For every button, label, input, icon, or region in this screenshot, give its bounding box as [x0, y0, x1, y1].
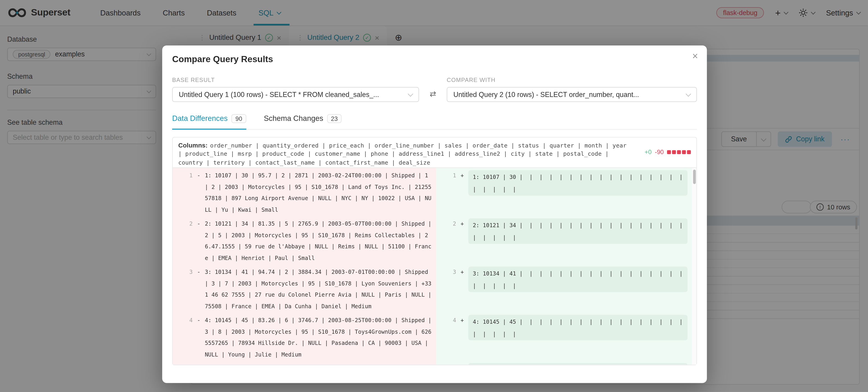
line-number: 2 — [173, 218, 193, 264]
columns-label: Columns: — [178, 142, 208, 148]
line-number: 4 — [436, 315, 456, 343]
removed-count: -90 — [655, 149, 664, 155]
plus-sign: + — [456, 267, 468, 295]
compare-with-label: COMPARE WITH — [447, 77, 697, 83]
diff-removed-row: 4-4: 10145 | 45 | 83.26 | 6 | 3746.7 | 2… — [173, 315, 436, 360]
modal-tab-data-differences[interactable]: Data Differences90 — [172, 111, 246, 129]
diffstat-block — [687, 150, 691, 154]
added-row-text: 3: 10134 | 41 | | | | | | | | | | | | | … — [473, 271, 687, 288]
diff-added-row — [436, 363, 692, 365]
chevron-down-icon — [408, 91, 413, 97]
removed-row-text: 1: 10107 | 30 | 95.7 | 2 | 2871 | 2003-0… — [205, 170, 436, 216]
diffstat-block — [682, 150, 686, 154]
diff-view: 1-1: 10107 | 30 | 95.7 | 2 | 2871 | 2003… — [173, 168, 696, 365]
diff-added-row: 4+4: 10145 | 45 | | | | | | | | | | | | … — [436, 315, 692, 343]
diffstat-block — [677, 150, 681, 154]
columns-list: order_number | quantity_ordered | price_… — [178, 142, 626, 166]
base-result-value: Untitled Query 1 (100 rows) - SELECT * F… — [179, 91, 379, 99]
line-number: 1 — [173, 170, 193, 216]
compare-with-select[interactable]: Untitled Query 2 (10 rows) - SELECT orde… — [447, 87, 697, 102]
line-number: 3 — [173, 267, 193, 312]
minus-sign: - — [192, 315, 205, 360]
columns-header: Columns: order_number | quantity_ordered… — [173, 138, 696, 168]
plus-sign: + — [456, 218, 468, 246]
minus-sign: - — [192, 170, 205, 216]
removed-row-text: 4: 10145 | 45 | 83.26 | 6 | 3746.7 | 200… — [205, 315, 436, 360]
compare-with-value: Untitled Query 2 (10 rows) - SELECT orde… — [453, 91, 639, 99]
modal-tab-badge: 23 — [327, 114, 342, 123]
added-row-block: 3: 10134 | 41 | | | | | | | | | | | | | … — [468, 267, 687, 292]
diff-removed-row: 1-1: 10107 | 30 | 95.7 | 2 | 2871 | 2003… — [173, 170, 436, 216]
added-row-block: 4: 10145 | 45 | | | | | | | | | | | | | … — [468, 315, 687, 340]
diffstat-blocks — [667, 150, 691, 154]
removed-row-text: 3: 10134 | 41 | 94.74 | 2 | 3884.34 | 20… — [205, 267, 436, 312]
diffstat-block — [672, 150, 676, 154]
plus-sign — [456, 363, 468, 365]
diffstat: +0 -90 — [645, 149, 691, 155]
added-row-text: 2: 10121 | 34 | | | | | | | | | | | | | … — [473, 222, 687, 240]
modal-tab-label: Data Differences — [172, 114, 227, 123]
plus-sign: + — [456, 315, 468, 343]
modal-title: Compare Query Results — [172, 54, 273, 64]
diff-added-row: 1+1: 10107 | 30 | | | | | | | | | | | | … — [436, 170, 692, 198]
line-number: 3 — [436, 267, 456, 295]
added-row-block — [468, 363, 687, 365]
added-row-text: 4: 10145 | 45 | | | | | | | | | | | | | … — [473, 319, 687, 337]
chevron-down-icon — [686, 91, 691, 97]
modal-tab-schema-changes[interactable]: Schema Changes23 — [264, 111, 341, 129]
added-row-block: 2: 10121 | 34 | | | | | | | | | | | | | … — [468, 218, 687, 244]
result-selectors: BASE RESULT Untitled Query 1 (100 rows) … — [172, 77, 697, 102]
removed-row-text: 2: 10121 | 34 | 81.35 | 5 | 2765.9 | 200… — [205, 218, 436, 264]
added-row-block: 1: 10107 | 30 | | | | | | | | | | | | | … — [468, 170, 687, 196]
plus-sign: + — [456, 170, 468, 198]
modal-tab-label: Schema Changes — [264, 114, 323, 123]
screen: Superset DashboardsChartsDatasetsSQL fla… — [0, 0, 868, 392]
diff-added-row: 2+2: 10121 | 34 | | | | | | | | | | | | … — [436, 218, 692, 246]
diff-added-row: 3+3: 10134 | 41 | | | | | | | | | | | | … — [436, 267, 692, 295]
line-number — [436, 363, 456, 365]
diff-panel: Columns: order_number | quantity_ordered… — [172, 137, 697, 365]
line-number: 2 — [436, 218, 456, 246]
compare-query-results-modal: Compare Query Results × BASE RESULT Unti… — [162, 46, 707, 383]
diff-scrollbar-thumb[interactable] — [693, 170, 695, 184]
line-number: 4 — [173, 315, 193, 360]
base-result-select[interactable]: Untitled Query 1 (100 rows) - SELECT * F… — [172, 87, 419, 102]
diffstat-block — [667, 150, 671, 154]
diff-removed-pane: 1-1: 10107 | 30 | 95.7 | 2 | 2871 | 2003… — [173, 168, 436, 365]
diff-added-pane: 1+1: 10107 | 30 | | | | | | | | | | | | … — [436, 168, 692, 365]
modal-tab-badge: 90 — [232, 114, 246, 123]
diff-removed-row: 2-2: 10121 | 34 | 81.35 | 5 | 2765.9 | 2… — [173, 218, 436, 264]
minus-sign: - — [192, 267, 205, 312]
diff-removed-row: 3-3: 10134 | 41 | 94.74 | 2 | 3884.34 | … — [173, 267, 436, 312]
diff-scrollbar — [692, 168, 696, 365]
line-number: 1 — [436, 170, 456, 198]
added-count: +0 — [645, 149, 652, 155]
added-row-text: 1: 10107 | 30 | | | | | | | | | | | | | … — [473, 174, 687, 192]
base-result-label: BASE RESULT — [172, 77, 419, 83]
minus-sign: - — [192, 218, 205, 264]
modal-tabs: Data Differences90Schema Changes23 — [172, 111, 697, 130]
close-icon[interactable]: × — [692, 51, 698, 61]
swap-icon[interactable]: ⇄ — [430, 89, 436, 98]
